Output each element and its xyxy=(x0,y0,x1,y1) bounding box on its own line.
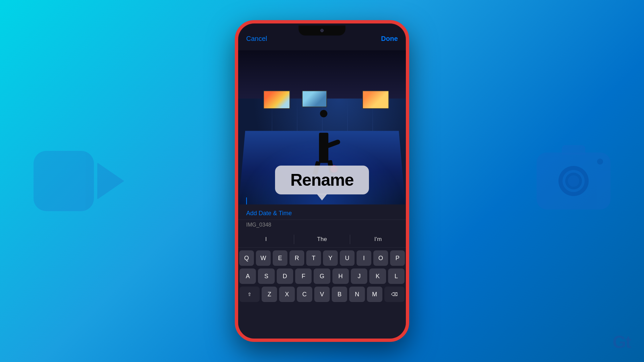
tv-screen-2 xyxy=(302,90,327,107)
bg-camera-dot xyxy=(597,159,603,165)
bottom-panel: Add Date & Time IMG_0348 I The I'm Q W E… xyxy=(238,204,406,339)
key-d[interactable]: D xyxy=(277,268,293,284)
key-y[interactable]: Y xyxy=(323,250,338,266)
key-shift[interactable]: ⇧ xyxy=(239,287,260,302)
photo-area: Rename xyxy=(238,50,406,211)
key-o[interactable]: O xyxy=(373,250,388,266)
add-date-time-button[interactable]: Add Date & Time xyxy=(246,210,292,217)
key-x[interactable]: X xyxy=(279,287,294,302)
autocomplete-item-2[interactable]: The xyxy=(294,235,350,244)
key-delete[interactable]: ⌫ xyxy=(384,287,405,302)
phone-notch-area xyxy=(238,23,406,40)
phone-container: Cancel Done xyxy=(235,20,409,342)
bowling-image: Rename xyxy=(238,50,406,211)
key-s[interactable]: S xyxy=(258,268,274,284)
key-c[interactable]: C xyxy=(297,287,312,302)
bg-video-square xyxy=(34,151,94,211)
key-r[interactable]: R xyxy=(289,250,304,266)
bg-camera-lens-inner xyxy=(565,173,582,189)
add-datetime-row[interactable]: Add Date & Time xyxy=(238,204,406,220)
bg-camera-lens xyxy=(558,166,589,196)
rename-text: Rename xyxy=(290,171,354,189)
key-e[interactable]: E xyxy=(273,250,287,266)
bg-video-triangle xyxy=(97,163,124,199)
key-h[interactable]: H xyxy=(332,268,349,284)
autocomplete-item-1[interactable]: I xyxy=(238,235,294,244)
key-a[interactable]: A xyxy=(239,268,256,284)
key-b[interactable]: B xyxy=(332,287,347,302)
bg-video-icon xyxy=(34,151,124,211)
key-z[interactable]: Z xyxy=(262,287,277,302)
keyboard-row-1: Q W E R T Y U I O P xyxy=(239,250,405,266)
phone-frame: Cancel Done xyxy=(235,20,409,342)
gutech-logo: Gt xyxy=(612,332,631,352)
key-u[interactable]: U xyxy=(340,250,355,266)
key-v[interactable]: V xyxy=(314,287,330,302)
keyboard-row-3: ⇧ Z X C V B N M ⌫ xyxy=(239,287,405,302)
phone-notch xyxy=(299,25,345,36)
bg-camera-icon xyxy=(537,153,610,209)
tv-screen-1 xyxy=(263,90,290,109)
key-f[interactable]: F xyxy=(295,268,312,284)
key-m[interactable]: M xyxy=(367,287,382,302)
rename-tooltip: Rename xyxy=(275,166,369,194)
rename-bubble: Rename xyxy=(275,166,369,194)
key-g[interactable]: G xyxy=(314,268,330,284)
key-j[interactable]: J xyxy=(351,268,367,284)
silhouette-head xyxy=(320,110,327,117)
silhouette xyxy=(314,119,334,163)
key-l[interactable]: L xyxy=(388,268,405,284)
key-i[interactable]: I xyxy=(357,250,371,266)
key-n[interactable]: N xyxy=(349,287,365,302)
autocomplete-bar: I The I'm xyxy=(238,231,406,248)
key-p[interactable]: P xyxy=(390,250,405,266)
key-t[interactable]: T xyxy=(306,250,321,266)
key-w[interactable]: W xyxy=(256,250,271,266)
img-name-label: IMG_0348 xyxy=(238,220,406,230)
keyboard-row-2: A S D F G H J K L xyxy=(239,268,405,284)
keyboard: Q W E R T Y U I O P A S D F G xyxy=(238,248,406,307)
bg-camera-bump xyxy=(562,145,585,155)
notch-camera-dot xyxy=(320,29,324,32)
key-k[interactable]: K xyxy=(369,268,386,284)
tv-screen-3 xyxy=(362,90,389,109)
bg-camera-body xyxy=(537,153,610,209)
autocomplete-item-3[interactable]: I'm xyxy=(350,235,406,244)
key-q[interactable]: Q xyxy=(239,250,254,266)
